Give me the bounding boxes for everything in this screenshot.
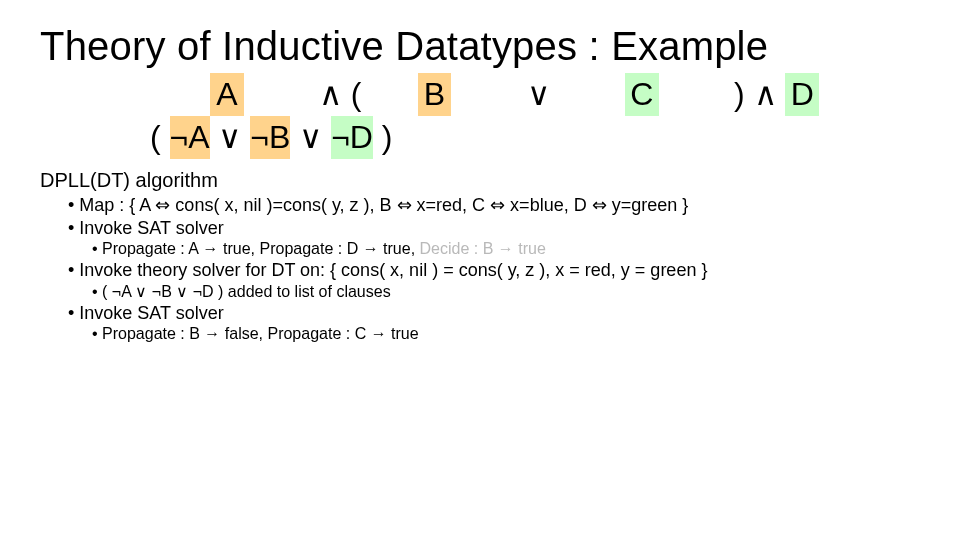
- op-and: ∧: [319, 76, 342, 112]
- var-not-B: ¬B: [250, 116, 290, 159]
- bullet-list: Map : { A ⇔ cons( x, nil )=cons( y, z ),…: [40, 194, 920, 343]
- paren-close: ): [734, 76, 745, 112]
- bullet-propagate-2: Propagate : B → false, Propagate : C → t…: [92, 325, 920, 343]
- bullet-map: Map : { A ⇔ cons( x, nil )=cons( y, z ),…: [68, 194, 920, 216]
- paren-close: ): [382, 119, 393, 155]
- slide-title: Theory of Inductive Datatypes : Example: [40, 24, 920, 69]
- bullet-invoke-sat: Invoke SAT solver Propagate : A → true, …: [68, 218, 920, 258]
- var-not-D: ¬D: [331, 116, 373, 159]
- bullet-invoke-sat-2: Invoke SAT solver Propagate : B → false,…: [68, 303, 920, 343]
- formula-line-2: ( ¬A ∨ ¬B ∨ ¬D ): [150, 116, 920, 159]
- var-B: B: [418, 73, 452, 116]
- paren-open: (: [150, 119, 161, 155]
- decide-grey: Decide : B → true: [420, 240, 546, 257]
- var-D: D: [785, 73, 819, 116]
- op-or: ∨: [218, 119, 241, 155]
- formula-block: A ∧ ( B ∨ C ) ∧ D ( ¬A ∨ ¬B: [40, 73, 920, 159]
- var-C: C: [625, 73, 659, 116]
- var-A: A: [210, 73, 244, 116]
- paren-open: (: [351, 76, 362, 112]
- bullet-invoke-theory: Invoke theory solver for DT on: { cons( …: [68, 260, 920, 301]
- op-or: ∨: [527, 76, 550, 112]
- bullet-propagate: Propagate : A → true, Propagate : D → tr…: [92, 240, 920, 258]
- op-or: ∨: [299, 119, 322, 155]
- formula-line-1: A ∧ ( B ∨ C ) ∧ D: [210, 73, 920, 116]
- var-not-A: ¬A: [170, 116, 210, 159]
- section-heading: DPLL(DT) algorithm: [40, 169, 920, 192]
- op-and: ∧: [754, 76, 777, 112]
- bullet-added-clause: ( ¬A ∨ ¬B ∨ ¬D ) added to list of clause…: [92, 282, 920, 301]
